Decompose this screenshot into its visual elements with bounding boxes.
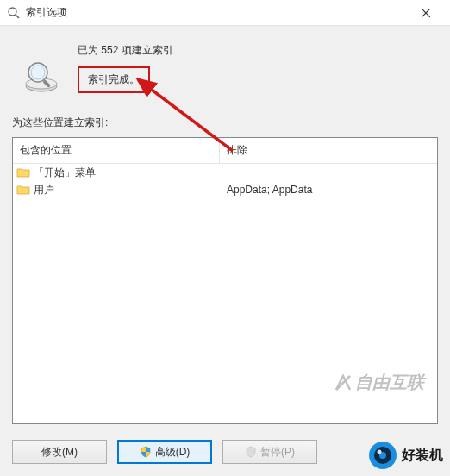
window-title: 索引选项: [26, 5, 409, 20]
status-area: 已为 552 项建立索引 索引完成。: [78, 38, 173, 93]
index-complete-text: 索引完成。: [88, 73, 140, 85]
svg-line-1: [16, 15, 19, 18]
search-options-icon: [7, 6, 21, 20]
row-excluded: AppData; AppData: [220, 182, 437, 197]
index-count-text: 已为 552 项建立索引: [78, 43, 173, 58]
row-name: 「开始」菜单: [34, 166, 96, 180]
titlebar: 索引选项: [0, 0, 450, 26]
col-included[interactable]: 包含的位置: [13, 138, 220, 163]
close-button[interactable]: [409, 1, 443, 25]
shield-icon: [245, 446, 257, 458]
row-name: 用户: [34, 183, 54, 197]
magnifier-drive-icon: [21, 53, 62, 95]
folder-icon: [16, 184, 30, 196]
locations-label: 为这些位置建立索引:: [12, 116, 438, 130]
index-complete-highlight: 索引完成。: [78, 66, 150, 93]
shield-icon: [140, 446, 152, 458]
table-row[interactable]: 「开始」菜单: [13, 164, 437, 181]
svg-point-0: [9, 8, 16, 16]
table-header: 包含的位置 排除: [13, 138, 437, 164]
folder-icon: [16, 166, 30, 178]
modify-button[interactable]: 修改(M): [12, 440, 107, 464]
table-row[interactable]: 用户 AppData; AppData: [13, 181, 437, 198]
col-excluded[interactable]: 排除: [220, 138, 437, 163]
advanced-button[interactable]: 高级(D): [117, 440, 212, 464]
dialog-content: 已为 552 项建立索引 索引完成。 为这些位置建立索引: 包含的位置 排除: [0, 26, 450, 476]
status-header: 已为 552 项建立索引 索引完成。: [12, 38, 438, 116]
pause-button: 暂停(P): [222, 440, 317, 464]
button-row: 修改(M) 高级(D) 暂停(P): [12, 440, 438, 476]
table-body: 「开始」菜单 用户 AppData; AppData: [13, 164, 437, 423]
locations-table: 包含的位置 排除 「开始」菜单: [12, 137, 438, 424]
row-excluded: [220, 171, 437, 174]
